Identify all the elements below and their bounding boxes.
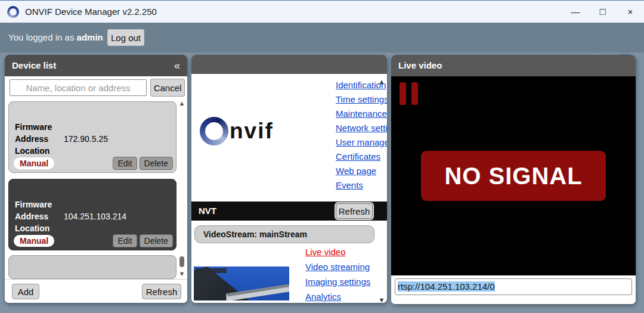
link-imaging-settings[interactable]: Imaging settings — [305, 277, 370, 287]
link-video-streaming[interactable]: Video streaming — [305, 262, 370, 272]
edit-device-button[interactable]: Edit — [113, 157, 137, 170]
scroll-up-icon[interactable]: ▲ — [178, 99, 186, 107]
device-card-selected[interactable]: Firmware Address104.251.103.214 Location… — [8, 179, 177, 250]
device-card[interactable]: Firmware Address172.90.5.25 Location Man… — [8, 101, 177, 173]
device-management-header — [191, 55, 387, 74]
cancel-search-button[interactable]: Cancel — [150, 79, 185, 97]
device-fields: Firmware Address172.90.5.25 Location — [15, 121, 108, 157]
device-list-header: Device list « — [5, 55, 187, 76]
firmware-label: Firmware — [15, 121, 64, 133]
snapshot-timestamp-overlay — [196, 268, 227, 273]
nvt-section-header: NVT Refresh — [191, 202, 387, 221]
add-device-button[interactable]: Add — [12, 284, 39, 299]
location-label: Location — [15, 145, 64, 157]
management-scrollbar[interactable]: ▲ ▼ — [377, 78, 386, 303]
camera-snapshot-thumbnail — [194, 266, 289, 300]
nvt-refresh-button[interactable]: Refresh — [336, 203, 373, 219]
live-video-header: Live video — [391, 55, 636, 76]
address-label: Address — [15, 133, 64, 145]
title-bar: ONVIF Device Manager v2.2.250 — □ × — [0, 0, 644, 23]
username: admin — [77, 32, 103, 42]
device-list-footer: Add Refresh — [5, 279, 187, 303]
logged-in-status: You logged in as admin — [8, 32, 103, 42]
onvif-app-icon — [7, 6, 19, 18]
firmware-label: Firmware — [15, 199, 64, 210]
device-list-title: Device list — [12, 60, 56, 70]
nvt-links: Live video Video streaming Imaging setti… — [305, 247, 370, 302]
stream-url-input[interactable]: rtsp://104.251.103.214/0 — [395, 278, 632, 295]
delete-device-button[interactable]: Delete — [140, 157, 173, 170]
live-video-title: Live video — [398, 60, 442, 70]
minimize-button[interactable]: — — [562, 1, 589, 23]
device-fields: Firmware Address104.251.103.214 Location — [15, 199, 126, 234]
live-video-panel: Live video NO SIGNAL rtsp://104.251.103.… — [391, 55, 636, 304]
maximize-button[interactable]: □ — [589, 1, 617, 23]
delete-device-button[interactable]: Delete — [140, 234, 173, 247]
toolbar: You logged in as admin Log out ? — [0, 23, 644, 52]
card-actions: Edit Delete — [113, 157, 173, 170]
no-signal-banner: NO SIGNAL — [421, 151, 606, 201]
onvif-ring-icon — [200, 117, 228, 145]
address-value: 104.251.103.214 — [64, 210, 126, 222]
device-management-panel: nvif Identification Time settings Mainte… — [191, 55, 387, 303]
address-value: 172.90.5.25 — [64, 133, 108, 145]
device-card[interactable]: Firmware — [8, 255, 177, 279]
collapse-panel-icon[interactable]: « — [174, 55, 180, 76]
logout-button[interactable]: Log out — [107, 29, 144, 46]
onvif-logo: nvif — [200, 117, 274, 145]
location-label: Location — [15, 222, 64, 234]
discovery-badge: Manual — [14, 157, 54, 169]
device-list-scrollbar[interactable]: ▲ ▼ — [178, 99, 186, 278]
link-analytics[interactable]: Analytics — [305, 292, 370, 302]
device-search-input[interactable] — [10, 79, 147, 96]
stream-url-row: rtsp://104.251.103.214/0 — [391, 275, 636, 304]
device-list-panel: Device list « Cancel Firmware Address172… — [5, 55, 187, 303]
onvif-logo-text: nvif — [230, 119, 274, 144]
address-label: Address — [15, 210, 64, 222]
logged-in-prefix: You logged in as — [8, 32, 74, 42]
link-live-video[interactable]: Live video — [305, 247, 370, 257]
card-actions: Edit Delete — [113, 234, 173, 247]
video-stream-selector[interactable]: VideoStream: mainStream — [194, 225, 374, 243]
pause-icon[interactable] — [400, 82, 418, 105]
scrollbar-thumb[interactable] — [179, 256, 184, 267]
discovery-badge: Manual — [14, 235, 54, 247]
window-controls: — □ × — [562, 1, 644, 23]
video-display-area: NO SIGNAL — [391, 76, 636, 275]
scroll-down-icon[interactable]: ▼ — [178, 269, 186, 278]
window-title: ONVIF Device Manager v2.2.250 — [25, 7, 157, 17]
stream-url-value: rtsp://104.251.103.214/0 — [398, 281, 495, 292]
no-signal-text: NO SIGNAL — [444, 163, 582, 190]
refresh-list-button[interactable]: Refresh — [142, 284, 181, 299]
scroll-down-icon[interactable]: ▼ — [377, 296, 386, 303]
close-button[interactable]: × — [617, 1, 644, 23]
device-search-row: Cancel — [5, 76, 187, 99]
scroll-up-icon[interactable]: ▲ — [377, 78, 386, 86]
nvt-title: NVT — [199, 206, 216, 216]
edit-device-button[interactable]: Edit — [113, 234, 137, 247]
